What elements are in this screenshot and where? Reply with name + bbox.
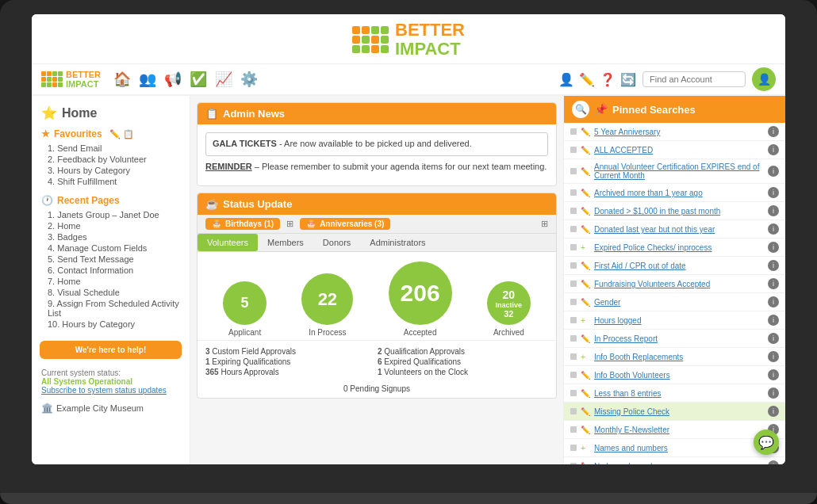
info-button[interactable]: i [768,126,779,137]
in-process-circle-item: 22 In Process [301,273,353,337]
nav-edit-icon[interactable]: ✏️ [579,72,595,87]
edit-icon: ✏️ [581,128,590,136]
list-item[interactable]: 2. Home [32,220,190,231]
info-button[interactable]: i [768,205,779,216]
info-button[interactable]: i [768,187,779,198]
favourites-list: 1. Send Email 2. Feedback by Volunteer 3… [32,141,190,192]
list-item[interactable]: 3. Badges [32,231,190,242]
nav-right: 👤 ✏️ ❓ 🔄 👤 [558,67,776,91]
edit-icon: ✏️ [581,371,590,380]
tab-volunteers[interactable]: Volunteers [198,234,258,251]
pinned-item[interactable]: ✏️ Donated last year but not this year i [564,220,785,239]
stat-expiring-quals: 1 Expiring Qualifications [205,357,376,366]
nav-people-icon[interactable]: 👥 [139,71,156,88]
favourites-add-icon[interactable]: 📋 [123,129,134,139]
org-name-label: Example City Museum [56,403,144,413]
list-item[interactable]: 4. Shift Fulfillment [32,176,190,187]
list-item[interactable]: 1. Send Email [32,143,190,154]
list-item[interactable]: 10. Hours by Category [32,319,190,330]
edit-icon: ✏️ [581,146,590,155]
info-button[interactable]: i [768,242,779,253]
nav-switch-icon[interactable]: 🔄 [620,72,636,87]
pinned-item-text: Donated last year but not this year [594,225,764,234]
chat-bubble[interactable]: 💬 [754,430,779,455]
pinned-item[interactable]: ✏️ Less than 8 entries i [564,384,785,403]
birthday-expand-icon[interactable]: ⊞ [286,219,293,229]
tab-members[interactable]: Members [258,234,313,251]
logo-text: BETTER IMPACT [395,21,465,59]
info-button[interactable]: i [768,315,779,326]
pinned-item[interactable]: ✏️ In Process Report i [564,330,785,348]
favourites-edit-icon[interactable]: ✏️ [109,129,121,139]
top-bar: BETTER IMPACT [32,14,785,64]
drag-handle [570,390,577,396]
pinned-item[interactable]: + Info Booth Replacements i [564,348,785,366]
list-item[interactable]: 2. Feedback by Volunteer [32,154,190,165]
nav-announce-icon[interactable]: 📢 [164,71,182,88]
info-button[interactable]: i [768,388,779,399]
pinned-item-text: Annual Volunteer Certification EXPIRES e… [594,162,764,180]
pinned-item-text: Archived more than 1 year ago [594,189,764,197]
pinned-item[interactable]: ✏️ Annual Volunteer Certification EXPIRE… [564,159,785,184]
info-button[interactable]: i [768,296,779,307]
list-item[interactable]: 6. Contact Information [32,265,190,276]
pinned-item[interactable]: ✏️ 5 Year Anniversary i [564,123,785,141]
pending-signups: 0 Pending Signups [198,383,556,398]
nav-user-icon[interactable]: 👤 [558,72,574,87]
list-item[interactable]: 1. Janets Group – Janet Doe [32,209,190,220]
info-button[interactable]: i [768,351,779,362]
admin-news-title: Admin News [223,108,285,120]
org-icon: 🏛️ [41,403,53,414]
nav-logo-text: BETTER IMPACT [66,70,101,89]
info-button[interactable]: i [768,223,779,235]
info-button[interactable]: i [768,406,779,417]
info-button[interactable]: i [768,278,779,289]
in-process-circle: 22 [301,273,353,325]
pinned-item[interactable]: ✏️ Fundraising Volunteers Accepted i [564,275,785,293]
anniversary-expand-icon[interactable]: ⊞ [541,219,548,229]
pinned-item[interactable]: ✏️ Gender i [564,293,785,311]
info-button[interactable]: i [768,260,779,271]
list-item[interactable]: 7. Home [32,276,190,287]
info-button[interactable]: i [768,144,779,155]
info-button[interactable]: i [768,333,779,344]
anniversaries-pill[interactable]: 🎂 Anniversaries (3) [300,218,390,230]
subscribe-label[interactable]: Subscribe to system status updates [41,386,180,395]
nav-help-icon[interactable]: ❓ [600,72,616,87]
list-item[interactable]: 8. Visual Schedule [32,287,190,298]
pinned-item[interactable]: ✏️ Archived more than 1 year ago i [564,184,785,202]
accepted-circle-item: 206 Accepted [389,262,452,337]
pinned-item[interactable]: ✏️ First Aid / CPR out of date i [564,257,785,275]
pinned-item[interactable]: + Hours logged i [564,311,785,330]
admin-news-body: GALA TICKETS - Are now available to be p… [198,124,556,185]
news-item-2: REMINDER – Please remember to submit you… [205,161,548,173]
system-status: Current system status: All Systems Opera… [32,365,190,398]
tab-administrators[interactable]: Administrators [360,234,435,251]
nav-gear-icon[interactable]: ⚙️ [240,71,258,88]
pinned-item[interactable]: + Expired Police Checks/ inprocess i [564,239,785,257]
stat-volunteers-clock: 1 Volunteers on the Clock [378,368,548,376]
list-item[interactable]: 4. Manage Custom Fields [32,242,190,254]
nav-check-icon[interactable]: ✅ [190,71,207,88]
edit-icon: ✏️ [581,225,590,234]
nav-chart-icon[interactable]: 📈 [215,71,232,88]
list-item[interactable]: 9. Assign From Scheduled Activity List [32,298,190,319]
stat-expired-quals: 6 Expired Qualifications [378,357,548,366]
birthdays-pill[interactable]: 🎂 Birthdays (1) [205,218,280,230]
info-button[interactable]: i [768,369,779,380]
info-button[interactable]: i [768,166,779,177]
info-button[interactable]: i [768,460,779,464]
org-name-item[interactable]: 🏛️ Example City Museum [32,398,190,418]
find-account-input[interactable] [642,71,746,87]
user-avatar[interactable]: 👤 [752,67,776,91]
nav-home-icon[interactable]: 🏠 [113,71,131,88]
pinned-item[interactable]: ✏️ No hours logged i [564,457,785,464]
pinned-item-highlighted[interactable]: ✏️ Missing Police Check i [564,403,785,421]
list-item[interactable]: 3. Hours by Category [32,165,190,176]
pinned-item[interactable]: ✏️ Donated > $1,000 in the past month i [564,202,785,220]
pinned-item[interactable]: ✏️ Info Booth Volunteers i [564,366,785,384]
nav-logo[interactable]: BETTER IMPACT [41,70,101,89]
tab-donors[interactable]: Donors [313,234,360,251]
list-item[interactable]: 5. Send Text Message [32,254,190,265]
pinned-item[interactable]: ✏️ ALL ACCEPTED i [564,141,785,159]
